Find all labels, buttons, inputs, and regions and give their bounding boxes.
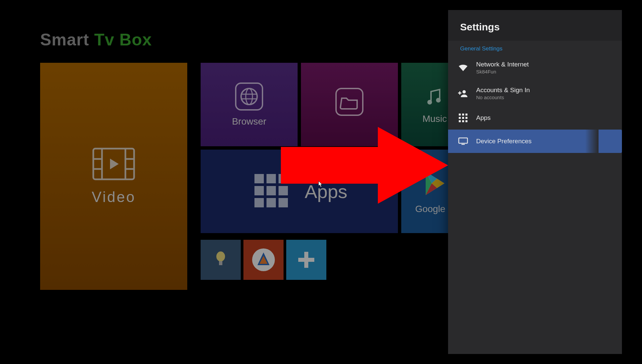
tile-file[interactable]: [301, 63, 398, 146]
shortcut-tip[interactable]: [201, 240, 241, 280]
circle-a-icon: [250, 246, 277, 273]
svg-rect-42: [465, 114, 467, 116]
shortcut-row: [201, 240, 326, 280]
svg-rect-31: [219, 261, 222, 265]
shortcut-app-a[interactable]: [243, 240, 284, 280]
svg-rect-49: [459, 138, 467, 143]
svg-rect-18: [279, 174, 288, 183]
svg-rect-23: [266, 198, 276, 207]
svg-rect-8: [236, 83, 262, 110]
svg-rect-48: [465, 120, 467, 122]
svg-rect-45: [465, 117, 467, 119]
settings-title: Settings: [448, 10, 622, 41]
svg-rect-39: [459, 91, 460, 95]
svg-rect-21: [279, 186, 288, 195]
wifi-icon: [457, 62, 469, 73]
svg-rect-22: [254, 198, 264, 207]
apps-grid-icon: [251, 171, 291, 212]
tile-apps-label: Apps: [305, 181, 347, 202]
tile-apps[interactable]: Apps: [201, 150, 398, 233]
svg-rect-19: [254, 186, 264, 195]
svg-point-30: [216, 251, 225, 261]
settings-item-apps[interactable]: Apps: [448, 106, 622, 130]
monitor-icon: [457, 136, 469, 147]
settings-item-label: Device Preferences: [476, 138, 532, 145]
svg-rect-46: [459, 120, 461, 122]
svg-rect-40: [459, 114, 461, 116]
music-icon: [423, 85, 446, 110]
tile-browser-label: Browser: [232, 116, 266, 127]
svg-rect-13: [336, 88, 363, 115]
svg-rect-16: [254, 174, 264, 183]
svg-rect-43: [459, 117, 461, 119]
play-store-icon: [420, 168, 450, 200]
svg-rect-36: [298, 258, 314, 262]
svg-point-10: [246, 88, 252, 105]
svg-point-9: [241, 88, 257, 105]
settings-item-device-preferences[interactable]: Device Preferences: [448, 130, 622, 153]
settings-item-accounts[interactable]: Accounts & Sign In No accounts: [448, 80, 622, 106]
svg-point-14: [427, 100, 432, 105]
svg-rect-17: [266, 174, 276, 183]
settings-item-network[interactable]: Network & Internet Sk84Fun: [448, 55, 622, 80]
brand-tvbox: Tv Box: [94, 30, 152, 49]
settings-item-label: Accounts & Sign In: [476, 86, 530, 94]
settings-item-label: Apps: [476, 114, 491, 122]
svg-rect-44: [462, 117, 464, 119]
shortcut-add[interactable]: [286, 240, 326, 280]
account-add-icon: [457, 88, 469, 99]
video-icon: [92, 147, 135, 182]
settings-panel: Settings General Settings Network & Inte…: [448, 10, 622, 354]
svg-rect-20: [266, 186, 276, 195]
apps-grid-icon: [457, 112, 469, 124]
tile-music-label: Music: [422, 114, 447, 124]
svg-point-37: [462, 90, 466, 94]
svg-rect-24: [279, 198, 288, 207]
settings-item-sub: Sk84Fun: [476, 69, 529, 74]
svg-marker-7: [110, 159, 119, 169]
svg-rect-47: [462, 120, 464, 122]
svg-point-15: [436, 98, 441, 103]
svg-rect-41: [462, 114, 464, 116]
tile-video-label: Video: [92, 189, 136, 205]
tile-browser[interactable]: Browser: [201, 63, 298, 146]
settings-section-label: General Settings: [448, 41, 622, 55]
brand-smart: Smart: [40, 30, 89, 49]
settings-item-label: Network & Internet: [476, 61, 529, 68]
bulb-icon: [213, 250, 228, 270]
globe-icon: [235, 82, 263, 112]
settings-item-sub: No accounts: [476, 95, 530, 100]
folder-icon: [335, 87, 364, 118]
svg-rect-50: [461, 144, 465, 145]
plus-icon: [296, 250, 316, 270]
tile-video[interactable]: Video: [40, 63, 187, 290]
